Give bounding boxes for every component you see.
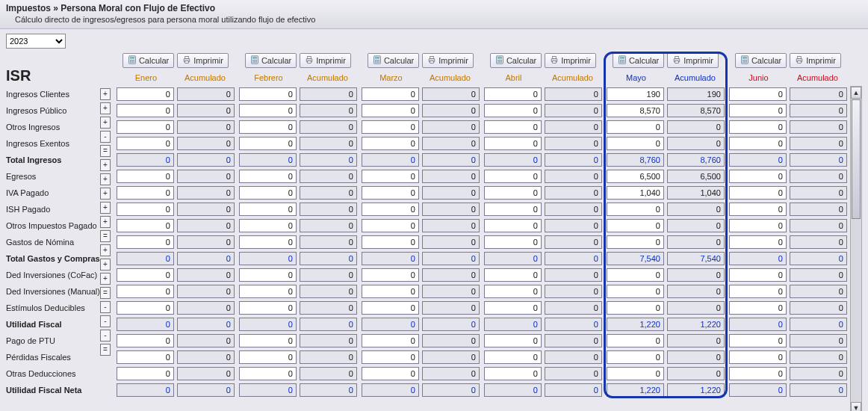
month-cell[interactable]: 0	[484, 219, 542, 232]
month-cell[interactable]: 0	[607, 235, 664, 249]
month-cell[interactable]: 0	[239, 104, 297, 117]
month-cell[interactable]: 0	[239, 268, 297, 282]
calculate-button[interactable]: Calcular	[123, 53, 174, 68]
month-cell[interactable]: 0	[607, 301, 664, 315]
month-cell[interactable]: 0	[362, 268, 419, 282]
calculate-button[interactable]: Calcular	[735, 53, 787, 68]
month-cell[interactable]: 0	[362, 87, 419, 101]
month-cell[interactable]: 0	[362, 170, 419, 183]
scroll-down-arrow[interactable]: ▼	[851, 402, 861, 411]
print-button[interactable]: Imprimir	[177, 53, 229, 68]
month-cell[interactable]: 0	[117, 301, 174, 315]
month-cell[interactable]: 0	[239, 203, 297, 216]
print-button[interactable]: Imprimir	[422, 53, 474, 68]
print-button[interactable]: Imprimir	[300, 53, 351, 68]
month-cell[interactable]: 0	[484, 350, 542, 364]
month-cell[interactable]: 0	[607, 268, 664, 282]
month-cell[interactable]: 0	[362, 137, 419, 150]
month-cell[interactable]: 190	[607, 87, 664, 101]
month-cell[interactable]: 0	[239, 137, 297, 150]
month-cell[interactable]: 0	[239, 367, 297, 380]
month-cell[interactable]: 0	[484, 137, 542, 150]
month-cell[interactable]: 0	[117, 203, 174, 216]
month-cell[interactable]: 6,500	[607, 170, 664, 183]
month-cell[interactable]: 0	[239, 87, 297, 101]
scroll-thumb-v[interactable]	[852, 99, 861, 219]
month-cell[interactable]: 0	[729, 104, 787, 117]
month-cell[interactable]: 1,040	[607, 186, 664, 200]
month-cell[interactable]: 0	[607, 285, 664, 298]
month-cell[interactable]: 0	[117, 334, 174, 347]
month-cell[interactable]: 0	[239, 170, 297, 183]
month-cell[interactable]: 0	[239, 334, 297, 347]
calculate-button[interactable]: Calcular	[490, 53, 542, 68]
month-cell[interactable]: 0	[362, 203, 419, 216]
month-cell[interactable]: 0	[239, 186, 297, 200]
year-select[interactable]: 2023	[6, 34, 66, 49]
month-cell[interactable]: 0	[607, 219, 664, 232]
month-cell[interactable]: 0	[239, 350, 297, 364]
print-button[interactable]: Imprimir	[545, 53, 596, 68]
calculate-button[interactable]: Calcular	[245, 53, 297, 68]
month-cell[interactable]: 0	[484, 203, 542, 216]
month-cell[interactable]: 0	[729, 186, 787, 200]
month-cell[interactable]: 0	[484, 301, 542, 315]
scroll-track-v[interactable]	[851, 220, 861, 402]
month-cell[interactable]: 0	[239, 219, 297, 232]
month-cell[interactable]: 0	[362, 235, 419, 249]
month-cell[interactable]: 0	[729, 170, 787, 183]
month-cell[interactable]: 0	[362, 120, 419, 134]
month-cell[interactable]: 0	[729, 268, 787, 282]
month-cell[interactable]: 0	[729, 137, 787, 150]
month-cell[interactable]: 0	[729, 301, 787, 315]
month-cell[interactable]: 0	[117, 367, 174, 380]
scroll-up-arrow[interactable]: ▲	[851, 87, 861, 99]
month-cell[interactable]: 0	[607, 203, 664, 216]
calculate-button[interactable]: Calcular	[368, 53, 419, 68]
vertical-scrollbar[interactable]: ▲▼	[850, 86, 862, 411]
month-cell[interactable]: 0	[117, 87, 174, 101]
month-cell[interactable]: 0	[729, 350, 787, 364]
month-cell[interactable]: 0	[117, 104, 174, 117]
month-cell[interactable]: 0	[239, 120, 297, 134]
print-button[interactable]: Imprimir	[790, 53, 841, 68]
month-cell[interactable]: 0	[729, 87, 787, 101]
print-button[interactable]: Imprimir	[667, 53, 719, 68]
month-cell[interactable]: 0	[117, 285, 174, 298]
month-cell[interactable]: 0	[484, 268, 542, 282]
month-cell[interactable]: 0	[117, 120, 174, 134]
month-cell[interactable]: 0	[484, 104, 542, 117]
month-cell[interactable]: 0	[362, 350, 419, 364]
month-cell[interactable]: 0	[239, 235, 297, 249]
month-cell[interactable]: 0	[729, 235, 787, 249]
month-cell[interactable]: 0	[362, 186, 419, 200]
month-cell[interactable]: 0	[484, 87, 542, 101]
month-cell[interactable]: 0	[362, 285, 419, 298]
month-cell[interactable]: 0	[362, 104, 419, 117]
month-cell[interactable]: 0	[607, 367, 664, 380]
month-cell[interactable]: 0	[729, 367, 787, 380]
month-cell[interactable]: 0	[117, 268, 174, 282]
month-cell[interactable]: 0	[729, 219, 787, 232]
month-cell[interactable]: 0	[729, 120, 787, 134]
month-cell[interactable]: 0	[484, 186, 542, 200]
month-cell[interactable]: 0	[607, 334, 664, 347]
month-cell[interactable]: 0	[484, 120, 542, 134]
month-cell[interactable]: 0	[117, 170, 174, 183]
month-cell[interactable]: 0	[607, 350, 664, 364]
month-cell[interactable]: 0	[607, 120, 664, 134]
month-cell[interactable]: 0	[362, 367, 419, 380]
month-cell[interactable]: 0	[729, 285, 787, 298]
month-cell[interactable]: 0	[607, 137, 664, 150]
month-cell[interactable]: 0	[484, 235, 542, 249]
month-cell[interactable]: 0	[484, 334, 542, 347]
month-cell[interactable]: 0	[729, 203, 787, 216]
month-cell[interactable]: 0	[117, 137, 174, 150]
month-cell[interactable]: 0	[484, 367, 542, 380]
month-cell[interactable]: 0	[117, 186, 174, 200]
month-cell[interactable]: 0	[484, 170, 542, 183]
month-cell[interactable]: 0	[729, 334, 787, 347]
month-cell[interactable]: 0	[484, 285, 542, 298]
month-cell[interactable]: 0	[362, 219, 419, 232]
month-cell[interactable]: 8,570	[607, 104, 664, 117]
